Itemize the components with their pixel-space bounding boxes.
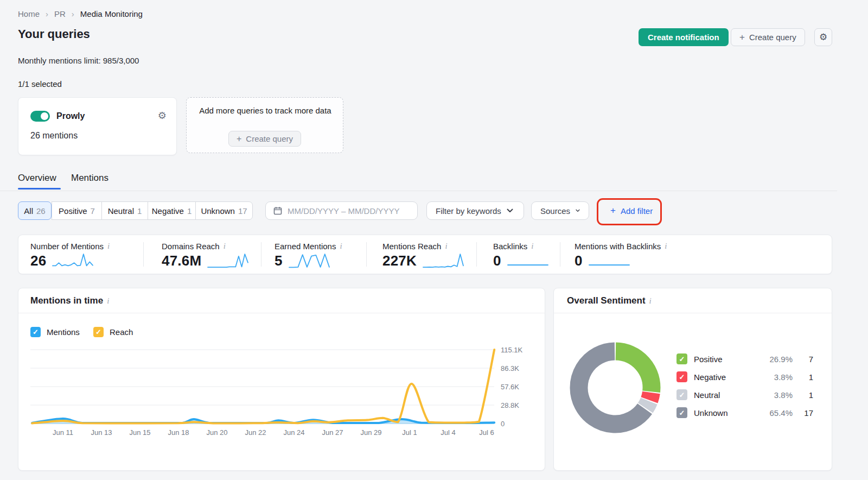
info-icon[interactable]: i [649,296,652,306]
add-query-create-button[interactable]: + Create query [228,131,301,147]
sentiment-segment-unknown[interactable]: Unknown17 [195,201,253,220]
query-toggle[interactable] [30,111,50,122]
add-query-card: Add more queries to track more data + Cr… [186,97,343,153]
sentiment-segment-all[interactable]: All26 [18,201,52,220]
info-icon[interactable]: i [224,242,226,251]
metric-backlinks: Backlinksi 0 [493,242,549,269]
unknown-checkbox[interactable]: ✓ [676,407,687,418]
x-tick: Jun 29 [360,428,381,437]
plus-icon: + [237,134,241,144]
divider [476,242,477,267]
metric-value: 47.6M [162,252,201,269]
info-icon[interactable]: i [445,242,447,251]
toggle-knob [41,112,48,120]
x-tick: Jun 11 [53,428,73,437]
mentions-checkbox[interactable]: ✓ [30,327,41,337]
gear-icon: ⚙ [819,31,827,43]
info-icon[interactable]: i [107,242,110,251]
active-tab-underline [18,188,61,190]
divider [366,242,367,267]
x-tick: Jun 18 [168,428,189,437]
filter-bar: All26 Positive7 Neutral1 Negative1 Unkno… [18,201,832,220]
overall-sentiment-card: Overall Sentimenti ✓ Positive 26.9% 7 ✓ … [553,288,832,471]
x-tick: Jun 13 [91,428,112,437]
sentiment-segment-positive[interactable]: Positive7 [52,201,102,220]
reach-checkbox[interactable]: ✓ [93,327,104,337]
sparkline [422,251,464,269]
sparkline [207,251,249,269]
divider [261,242,261,267]
date-range-placeholder: MM/DD/YYYY – MM/DD/YYYY [288,206,399,216]
metric-earned-mentions: Earned Mentionsi 5 [275,242,342,269]
legend-mentions: ✓ Mentions [30,325,80,338]
tabs-divider [0,191,837,191]
media-monitoring-page: Home › PR › Media Monitoring Your querie… [0,0,868,480]
breadcrumb-home[interactable]: Home [18,9,40,18]
sentiment-legend-negative: ✓ Negative 3.8% 1 [676,370,813,383]
tab-overview[interactable]: Overview [18,173,56,184]
x-tick: Jul 1 [402,428,417,437]
info-icon[interactable]: i [340,242,342,251]
date-range-input[interactable]: MM/DD/YYYY – MM/DD/YYYY [265,201,418,220]
page-title: Your queries [18,27,90,41]
sentiment-segment-neutral[interactable]: Neutral1 [101,201,148,220]
info-icon[interactable]: i [107,296,109,306]
sparkline [288,251,330,269]
query-name: Prowly [56,111,85,121]
metric-mentions-reach: Mentions Reachi 227K [382,242,464,269]
y-tick: 86.3K [501,364,519,372]
query-settings-gear-icon[interactable]: ⚙ [158,110,167,122]
plus-icon: + [739,32,745,43]
metric-domains-reach: Domains Reachi 47.6M [162,242,249,269]
positive-checkbox[interactable]: ✓ [676,353,687,364]
sparkline [52,251,94,269]
tab-mentions[interactable]: Mentions [71,173,108,184]
chevron-down-icon [576,209,580,213]
x-tick: Jun 27 [322,428,343,437]
sentiment-legend-neutral: ✓ Neutral 3.8% 1 [676,388,813,401]
neutral-checkbox[interactable]: ✓ [676,389,687,400]
info-icon[interactable]: i [665,242,667,251]
legend-reach: ✓ Reach [93,325,133,338]
y-tick: 57.6K [501,383,519,391]
divider [554,313,832,313]
chevron-right-icon: › [72,9,74,18]
info-icon[interactable]: i [531,242,533,251]
sources-dropdown[interactable]: Sources [531,201,589,220]
breadcrumb-pr[interactable]: PR [54,9,66,18]
negative-checkbox[interactable]: ✓ [676,371,687,382]
x-tick: Jul 6 [479,428,494,437]
mentions-in-time-card: Mentions in timei ✓ Mentions ✓ Reach 115… [18,288,545,471]
breadcrumb: Home › PR › Media Monitoring [18,9,143,18]
chevron-right-icon: › [46,9,48,18]
x-tick: Jun 24 [283,428,304,437]
metric-mentions-with-backlinks: Mentions with Backlinksi 0 [575,242,667,269]
x-tick: Jul 4 [441,428,455,437]
add-query-text: Add more queries to track more data [197,105,333,117]
y-tick: 115.1K [501,346,522,354]
metric-number-of-mentions: Number of Mentionsi 26 [30,242,110,269]
sentiment-segment-negative[interactable]: Negative1 [148,201,196,220]
sentiment-donut-chart [567,340,663,435]
divider [18,313,545,313]
query-card: Prowly ⚙ 26 mentions [18,97,177,155]
metric-value: 26 [30,252,46,269]
y-tick: 28.8K [501,401,519,409]
x-tick: Jun 22 [245,428,266,437]
calendar-icon [273,206,282,215]
sentiment-legend-positive: ✓ Positive 26.9% 7 [676,352,813,365]
settings-button[interactable]: ⚙ [814,28,832,46]
keywords-filter-dropdown[interactable]: Filter by keywords [426,201,524,220]
metrics-bar: Number of Mentionsi 26 Domains Reachi 47… [18,235,832,274]
sentiment-legend-unknown: ✓ Unknown 65.4% 17 [676,406,813,419]
create-notification-button[interactable]: Create notification [639,28,729,46]
mentions-limit-label: Monthly mentions limit: 985/3,000 [18,56,139,65]
card-title: Overall Sentimenti [567,295,652,306]
y-tick: 0 [501,420,505,428]
create-query-button[interactable]: + Create query [731,28,805,46]
divider [560,242,560,267]
mentions-in-time-chart [18,343,523,438]
metric-value: 5 [275,252,283,269]
x-tick: Jun 20 [206,428,227,437]
add-filter-button[interactable]: + Add filter [603,201,660,220]
